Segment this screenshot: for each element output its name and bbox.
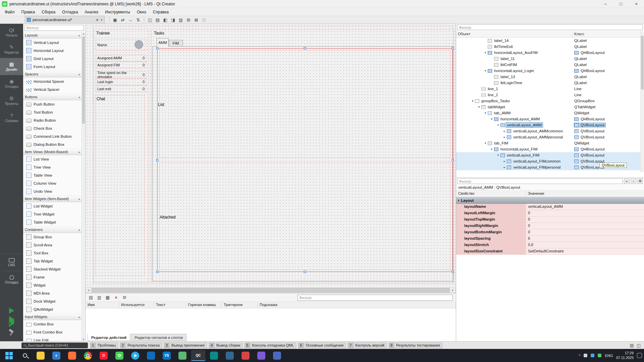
output-pane-3[interactable]: 3Вывод приложения (164, 343, 207, 348)
property-row-layoutBottomMargin[interactable]: layoutBottomMargin0 (456, 229, 644, 236)
property-value[interactable]: 0 (526, 229, 644, 235)
copy-action-icon[interactable]: ▦ (104, 294, 111, 301)
pinned-app-vscode[interactable]: VS (160, 350, 174, 361)
property-value[interactable]: 0 (526, 223, 644, 229)
tab-amm[interactable]: AMM (157, 38, 169, 47)
tree-row-tab_AMM[interactable]: ▾tab_AMMQWidget (456, 110, 640, 116)
column-текст[interactable]: Текст (154, 302, 186, 308)
mode-Справка[interactable]: ?Справка (0, 109, 23, 126)
configure-actions-icon[interactable]: ⚙ (121, 294, 128, 301)
mode-Дизайн[interactable]: ▦Дизайн (0, 58, 23, 75)
resize-handle[interactable] (452, 159, 454, 162)
tree-row-lblLoginTime[interactable]: lblLoginTimeQLabel (456, 80, 640, 86)
widget-font-combo-box[interactable]: Font Combo Box (23, 328, 82, 336)
edit-buddies-icon[interactable]: ↔ (127, 16, 134, 23)
widget-list-widget[interactable]: List Widget (23, 202, 82, 210)
canvas-horizontal-scrollbar[interactable]: ◂ ▸ (86, 287, 456, 293)
pinned-app-purple[interactable] (254, 350, 268, 361)
resize-handle[interactable] (304, 47, 306, 50)
widget-combo-box[interactable]: Combo Box (23, 320, 82, 328)
widget-command-link-button[interactable]: Command Link Button (23, 132, 82, 140)
column-горячая-клавиш[interactable]: Горячая клавиш (186, 302, 222, 308)
widget-form-layout[interactable]: Form Layout (23, 63, 82, 71)
photo-placeholder[interactable] (135, 40, 143, 49)
debug-run-button[interactable] (9, 319, 14, 324)
property-group-layout[interactable]: ▾ Layout (456, 197, 644, 204)
property-row-layoutSpacing[interactable]: layoutSpacing6 (456, 236, 644, 242)
expander-icon[interactable]: ▾ (470, 99, 475, 103)
output-pane-7[interactable]: 7Контроль версий (348, 343, 387, 348)
widget-table-widget[interactable]: Table Widget (23, 218, 82, 226)
tab-fim[interactable]: FIM (169, 40, 183, 47)
sidebar-toggle-icon[interactable]: ◫ (637, 343, 641, 348)
layout-splitter-vertical-icon[interactable]: ◨ (169, 16, 177, 23)
tree-row-line_1[interactable]: line_1Line (456, 86, 640, 92)
start-button[interactable] (2, 350, 16, 361)
scrollbar-thumb[interactable] (641, 36, 644, 89)
menu-Отладка[interactable]: Отладка (59, 9, 81, 15)
tree-row-horizontalLayout_FIM[interactable]: ▾horizontalLayout_FIMQHBoxLayout (456, 146, 640, 152)
mode-Начало[interactable]: QtНачало (0, 24, 23, 41)
widget-list-view[interactable]: List View (23, 155, 82, 163)
property-value[interactable]: 0 (526, 217, 644, 223)
resize-handle[interactable] (156, 47, 159, 50)
action-filter-input[interactable]: Фильтр (298, 295, 453, 301)
tree-row-groupBox_Tasks[interactable]: ▾groupBox_TasksQGroupBox (456, 98, 640, 104)
object-tree-scrollbar[interactable] (640, 31, 644, 172)
list-label[interactable]: List (158, 102, 164, 107)
resize-handle[interactable] (452, 271, 454, 273)
scrollbar-thumb[interactable] (82, 37, 85, 124)
edit-tab-order-icon[interactable]: ⇅ (135, 16, 142, 23)
tree-row-line_2[interactable]: line_2Line (456, 92, 640, 98)
category-Item Widgets (Item-Based)[interactable]: Item Widgets (Item-Based)▴ (23, 195, 82, 202)
property-value[interactable]: SetDefaultConstraint (526, 248, 644, 254)
language-indicator[interactable]: ENG (605, 354, 613, 358)
delete-action-icon[interactable]: × (112, 294, 120, 301)
adjust-size-icon[interactable]: □ (200, 16, 208, 23)
widget-tool-button[interactable]: Tool Button (23, 108, 82, 116)
property-row-layoutLeftMargin[interactable]: layoutLeftMargin0 (456, 210, 644, 217)
tree-row-lblCntFIM[interactable]: lblCntFIMQLabel (456, 62, 640, 68)
pinned-app-mail[interactable] (144, 350, 158, 361)
category-Buttons[interactable]: Buttons▴ (23, 94, 82, 100)
clock[interactable]: 17:29 07.11.2025 (616, 351, 634, 360)
menu-Анализ[interactable]: Анализ (82, 9, 102, 15)
property-row-layoutName[interactable]: layoutNameverticalLayout_AMM (456, 204, 644, 210)
widget-group-box[interactable]: Group Box (23, 233, 82, 241)
expander-icon[interactable]: ▾ (483, 69, 488, 72)
widget-stacked-widget[interactable]: Stacked Widget (23, 265, 82, 273)
tree-row-verticalLayout_AMMcommon[interactable]: ▸verticalLayout_AMMcommonQVBoxLayout (456, 128, 640, 134)
column-имя[interactable]: Имя (86, 302, 119, 308)
tab-dropdown-icon[interactable]: ▾ (96, 18, 98, 22)
expander-icon[interactable]: ▾ (496, 123, 500, 127)
expander-icon[interactable]: ▸ (502, 135, 507, 139)
pinned-app-green[interactable] (175, 350, 190, 361)
field-row-assigned-fim[interactable]: Assigned FIM0 (96, 62, 146, 68)
tree-row-label_13[interactable]: label_13QLabel (456, 74, 640, 80)
expander-icon[interactable]: ▸ (502, 129, 507, 133)
tab-редактор-действий[interactable]: Редактор действий (88, 334, 130, 341)
widget-vertical-spacer[interactable]: Vertical Spacer (23, 85, 82, 94)
expander-icon[interactable]: ▸ (502, 166, 507, 169)
widget-grid-layout[interactable]: Grid Layout (23, 55, 82, 63)
document-tab[interactable]: personalcardtrainee.ui* ▾ × (25, 16, 105, 23)
property-row-layoutTopMargin[interactable]: layoutTopMargin0 (456, 217, 644, 223)
output-pane-6[interactable]: 6Основные сообщения (298, 343, 346, 348)
tree-row-tabWidget[interactable]: ▾tabWidgetQTabWidget (456, 104, 640, 110)
scroll-right-icon[interactable]: ▸ (450, 288, 455, 293)
menu-Файл[interactable]: Файл (1, 9, 18, 15)
run-button[interactable] (9, 308, 14, 314)
pinned-app-postgres[interactable] (223, 350, 237, 361)
widgetbox-filter-input[interactable]: Фильтр (24, 25, 84, 31)
property-value[interactable]: 0 (526, 210, 644, 216)
resize-handle[interactable] (156, 271, 159, 273)
widget-mdi-area[interactable]: MDI Area (23, 289, 82, 297)
field-row-time-spent-on-the-simulator[interactable]: Time spent on the simulator0 (96, 71, 146, 78)
category-Input Widgets[interactable]: Input Widgets▴ (23, 313, 82, 320)
category-Layouts[interactable]: Layouts▴ (23, 32, 82, 39)
scroll-up-icon[interactable]: ▲ (82, 33, 85, 35)
widget-frame[interactable]: Frame (23, 273, 82, 281)
column-используется[interactable]: Используется (119, 302, 154, 308)
pinned-app-explorer[interactable] (34, 350, 48, 361)
property-row-layoutRightMargin[interactable]: layoutRightMargin0 (456, 223, 644, 229)
